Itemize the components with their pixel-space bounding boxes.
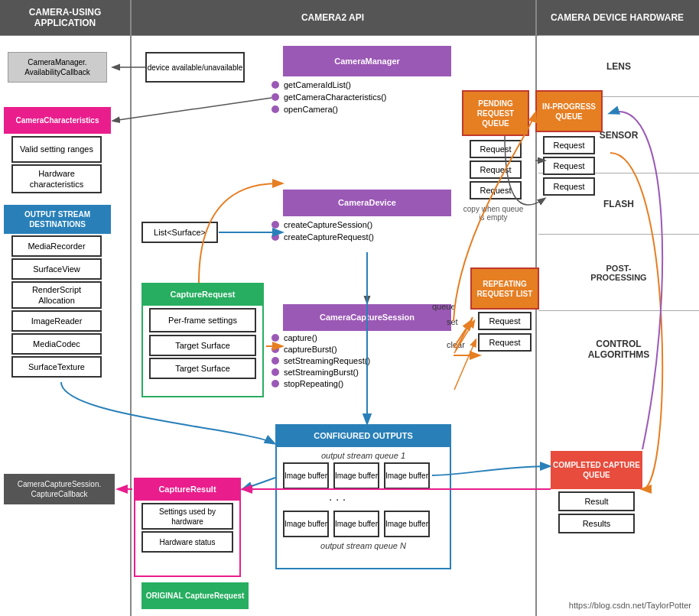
result-1-box: Result xyxy=(558,491,635,511)
target-surface-2-box: Target Surface xyxy=(149,358,256,379)
request-inprogress-2: Request xyxy=(543,157,595,175)
img-buf-6: Image buffer xyxy=(384,511,430,537)
availability-callback-box: CameraManager. AvailabilityCallback xyxy=(8,52,107,83)
copy-when-empty-label: copy when queue is empty xyxy=(463,205,524,222)
surface-texture-box: SurfaceTexture xyxy=(11,356,102,378)
column-header-hw: CAMERA DEVICE HARDWARE xyxy=(535,0,699,35)
request-pending-3: Request xyxy=(470,181,522,199)
img-buf-4: Image buffer xyxy=(283,511,329,537)
svg-line-9 xyxy=(243,478,275,489)
output-stream-1-label: output stream queue 1 xyxy=(279,451,447,460)
req-repeating-2: Request xyxy=(478,333,532,352)
target-surface-1-box: Target Surface xyxy=(149,335,256,356)
output-stream-destinations-box: OUTPUT STREAM DESTINATIONS xyxy=(4,205,111,234)
valid-setting-ranges-box: Valid setting ranges xyxy=(11,136,102,163)
media-recorder-box: MediaRecorder xyxy=(11,235,102,257)
hardware-status-box: Hardware status xyxy=(141,531,233,553)
img-buf-5: Image buffer xyxy=(333,511,379,537)
request-pending-2: Request xyxy=(470,160,522,179)
device-available-box: device available/unavailable xyxy=(145,52,245,83)
surface-view-box: SurfaceView xyxy=(11,258,102,280)
image-reader-box: ImageReader xyxy=(11,310,102,332)
repeating-request-list-box: REPEATING REQUEST LIST xyxy=(470,267,539,310)
camera-device-box: CameraDevice xyxy=(283,190,451,216)
per-frame-settings-box: Per-frame settings xyxy=(149,308,256,332)
camera-capture-session-box: CameraCaptureSession xyxy=(283,304,451,331)
pending-request-queue-box: PENDING REQUEST QUEUE xyxy=(462,90,529,136)
svg-line-1 xyxy=(113,98,271,121)
hw-control-algorithms: CONTROLALGORITHMS xyxy=(538,310,699,387)
in-progress-queue-box: IN-PROGRESS QUEUE xyxy=(535,90,603,132)
capture-request-header: CaptureRequest xyxy=(141,283,264,306)
original-capture-request-box: ORIGINAL CaptureRequest xyxy=(141,582,249,609)
dots-label: · · · xyxy=(329,493,346,507)
url-text: https://blog.csdn.net/TaylorPotter xyxy=(569,601,691,610)
column-header-api: CAMERA2 API xyxy=(130,0,535,35)
camera-characteristics-box: CameraCharacteristics xyxy=(4,107,111,134)
results-2-box: Results xyxy=(558,514,635,533)
render-script-box: RenderScript Allocation xyxy=(11,281,102,309)
queue-label: queue xyxy=(432,302,456,311)
completed-capture-queue-box: COMPLETED CAPTURE QUEUE xyxy=(551,451,642,489)
hw-lens: LENS xyxy=(538,35,699,96)
request-pending-1: Request xyxy=(470,140,522,158)
hw-post-processing: POST-PROCESSING xyxy=(538,234,699,310)
request-inprogress-1: Request xyxy=(543,136,595,154)
camera-manager-box: CameraManager xyxy=(283,46,451,76)
request-inprogress-3: Request xyxy=(543,177,595,196)
img-buf-2: Image buffer xyxy=(333,462,379,489)
capture-session-methods: capture() captureBurst() setStreamingReq… xyxy=(271,333,455,388)
req-repeating-1: Request xyxy=(478,312,532,330)
set-label: set xyxy=(447,317,458,326)
camera-device-methods: createCaptureSession() createCaptureRequ… xyxy=(271,220,455,242)
capture-session-callback-box: CameraCaptureSession. CaptureCallback xyxy=(4,474,115,504)
camera-manager-methods: getCameraIdList() getCameraCharacteristi… xyxy=(271,80,455,114)
column-header-app: CAMERA-USING APPLICATION xyxy=(0,0,130,35)
list-surface-box: List<Surface> xyxy=(141,222,218,243)
settings-used-box: Settings used by hardware xyxy=(141,503,233,530)
hardware-characteristics-box: Hardware characteristics xyxy=(11,164,102,193)
output-stream-n-label: output stream queue N xyxy=(279,541,447,550)
img-buf-3: Image buffer xyxy=(384,462,430,489)
separator-1 xyxy=(130,0,132,616)
clear-label: clear xyxy=(447,340,465,349)
media-codec-box: MediaCodec xyxy=(11,333,102,355)
img-buf-1: Image buffer xyxy=(283,462,329,489)
